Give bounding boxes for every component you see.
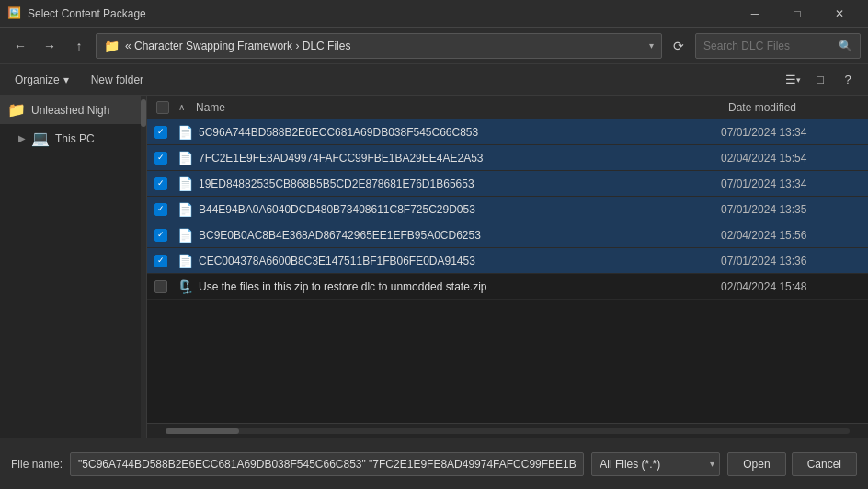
- file-icon-1: 📄: [175, 122, 195, 142]
- file-checkbox-cell-6[interactable]: [147, 255, 175, 267]
- column-name-label: Name: [196, 101, 225, 114]
- file-checkbox-4[interactable]: [154, 203, 167, 216]
- column-header-name[interactable]: Name: [188, 96, 721, 119]
- sidebar-item-label-unleashed: Unleashed Nigh: [31, 104, 109, 117]
- dialog-icon: 🖼️: [7, 6, 22, 21]
- sidebar-item-unleashed-nigh[interactable]: 📁 Unleashed Nigh: [0, 96, 146, 124]
- view-list-button[interactable]: ☰ ▾: [780, 67, 805, 93]
- file-icon-4: 📄: [175, 199, 195, 220]
- table-row[interactable]: 📄 CEC004378A6600B8C3E147511BF1FB06FE0DA9…: [147, 248, 868, 274]
- file-checkbox-6[interactable]: [154, 255, 167, 267]
- file-date-2: 02/04/2024 15:54: [721, 152, 868, 165]
- title-bar: 🖼️ Select Content Package ─ □ ✕: [0, 0, 868, 28]
- file-name-3: 19ED84882535CB868B5B5CD2E878681E76D1B656…: [199, 177, 721, 190]
- organize-button[interactable]: Organize ▾: [7, 70, 76, 90]
- sidebar: 📁 Unleashed Nigh ▶ 💻 This PC: [0, 96, 147, 438]
- file-name-2: 7FC2E1E9FE8AD49974FAFCC99FBE1BA29EE4AE2A…: [199, 152, 721, 165]
- filename-label: File name:: [11, 458, 63, 471]
- search-input[interactable]: [703, 40, 839, 52]
- zip-file-icon: 🗜️: [175, 277, 195, 297]
- header-checkbox[interactable]: [156, 101, 169, 114]
- file-date-4: 07/01/2024 13:35: [721, 203, 868, 216]
- file-checkbox-cell-2[interactable]: [147, 152, 175, 165]
- refresh-button[interactable]: ⟳: [666, 33, 691, 59]
- address-bar[interactable]: 📁 « Character Swapping Framework › DLC F…: [96, 33, 662, 59]
- minimize-button[interactable]: ─: [734, 0, 776, 28]
- file-date-3: 07/01/2024 13:34: [721, 177, 868, 190]
- back-button[interactable]: ←: [7, 33, 33, 59]
- column-header-date[interactable]: Date modified: [721, 96, 868, 119]
- up-button[interactable]: ↑: [66, 33, 92, 59]
- file-icon-2: 📄: [175, 148, 195, 168]
- file-list-header: ∧ Name Date modified: [147, 96, 868, 119]
- close-button[interactable]: ✕: [818, 0, 861, 28]
- maximize-button[interactable]: □: [776, 0, 818, 28]
- h-scroll-track: [166, 428, 850, 434]
- help-button[interactable]: ?: [835, 67, 861, 93]
- file-date-1: 07/01/2024 13:34: [721, 126, 868, 139]
- search-bar[interactable]: 🔍: [695, 33, 861, 59]
- file-checkbox-1[interactable]: [154, 126, 167, 139]
- view-chevron-icon: ▾: [796, 75, 801, 85]
- file-date-5: 02/04/2024 15:56: [721, 229, 868, 242]
- file-checkbox-2[interactable]: [154, 152, 167, 165]
- header-checkbox-cell[interactable]: [147, 101, 175, 114]
- organize-label: Organize: [15, 74, 60, 86]
- filename-input[interactable]: [70, 452, 584, 476]
- new-folder-button[interactable]: New folder: [84, 70, 151, 90]
- view-controls: ☰ ▾ □ ?: [780, 67, 861, 93]
- sidebar-scrollbar[interactable]: [141, 96, 146, 438]
- file-name-5: BC9E0B0AC8B4E368AD86742965EE1EFB95A0CD62…: [199, 229, 721, 242]
- file-checkbox-cell-4[interactable]: [147, 203, 175, 216]
- organize-chevron-icon: ▾: [63, 74, 69, 86]
- sort-icon: ∧: [175, 102, 188, 112]
- table-row[interactable]: 📄 B44E94BA0A6040DCD480B73408611C8F725C29…: [147, 197, 868, 222]
- horizontal-scrollbar[interactable]: [147, 423, 868, 438]
- file-checkbox-cell-1[interactable]: [147, 126, 175, 139]
- column-date-label: Date modified: [728, 101, 796, 114]
- file-list[interactable]: ∧ Name Date modified 📄 5C96A744BD588B2E6…: [147, 96, 868, 438]
- address-chevron-icon[interactable]: ▾: [649, 40, 654, 51]
- file-checkbox-cell-7[interactable]: [147, 280, 175, 293]
- view-list-icon: ☰: [785, 73, 796, 86]
- file-checkbox-cell-5[interactable]: [147, 229, 175, 242]
- file-name-4: B44E94BA0A6040DCD480B73408611C8F725C29D0…: [199, 203, 721, 216]
- open-button[interactable]: Open: [727, 452, 785, 476]
- action-buttons: Open Cancel: [727, 452, 857, 476]
- window-controls: ─ □ ✕: [734, 0, 861, 28]
- address-path: « Character Swapping Framework › DLC Fil…: [125, 40, 644, 52]
- main-content: 📁 Unleashed Nigh ▶ 💻 This PC ∧ Name Date…: [0, 96, 868, 438]
- folder-icon: 📁: [104, 39, 120, 53]
- expand-icon: ▶: [18, 133, 26, 143]
- file-name-6: CEC004378A6600B8C3E147511BF1FB06FE0DA914…: [199, 255, 721, 267]
- file-date-6: 07/01/2024 13:36: [721, 255, 868, 267]
- file-icon-3: 📄: [175, 174, 195, 194]
- table-row[interactable]: 📄 19ED84882535CB868B5B5CD2E878681E76D1B6…: [147, 171, 868, 197]
- file-checkbox-cell-3[interactable]: [147, 177, 175, 190]
- folder-yellow-icon: 📁: [7, 101, 26, 119]
- file-icon-6: 📄: [175, 251, 195, 271]
- sidebar-item-label-pc: This PC: [55, 132, 95, 145]
- new-folder-label: New folder: [91, 74, 143, 86]
- sidebar-scroll-thumb: [141, 99, 146, 127]
- navigation-toolbar: ← → ↑ 📁 « Character Swapping Framework ›…: [0, 28, 868, 64]
- file-date-7: 02/04/2024 15:48: [721, 280, 868, 293]
- h-scroll-thumb: [166, 428, 239, 434]
- table-row[interactable]: 📄 BC9E0B0AC8B4E368AD86742965EE1EFB95A0CD…: [147, 222, 868, 248]
- title-bar-text: Select Content Package: [28, 7, 734, 20]
- filetype-wrapper: All Files (*.*) ▾: [591, 452, 720, 476]
- file-checkbox-5[interactable]: [154, 229, 167, 242]
- table-row[interactable]: 📄 5C96A744BD588B2E6ECC681A69DB038F545C66…: [147, 119, 868, 145]
- preview-pane-button[interactable]: □: [807, 67, 833, 93]
- computer-icon: 💻: [31, 130, 50, 147]
- file-checkbox-7[interactable]: [154, 280, 167, 293]
- cancel-button[interactable]: Cancel: [792, 452, 857, 476]
- search-icon: 🔍: [839, 40, 852, 52]
- forward-button[interactable]: →: [37, 33, 63, 59]
- file-checkbox-3[interactable]: [154, 177, 167, 190]
- file-icon-5: 📄: [175, 225, 195, 245]
- sidebar-item-this-pc[interactable]: ▶ 💻 This PC: [0, 124, 146, 153]
- filetype-select[interactable]: All Files (*.*): [591, 452, 720, 476]
- table-row[interactable]: 🗜️ Use the files in this zip to restore …: [147, 274, 868, 300]
- table-row[interactable]: 📄 7FC2E1E9FE8AD49974FAFCC99FBE1BA29EE4AE…: [147, 145, 868, 171]
